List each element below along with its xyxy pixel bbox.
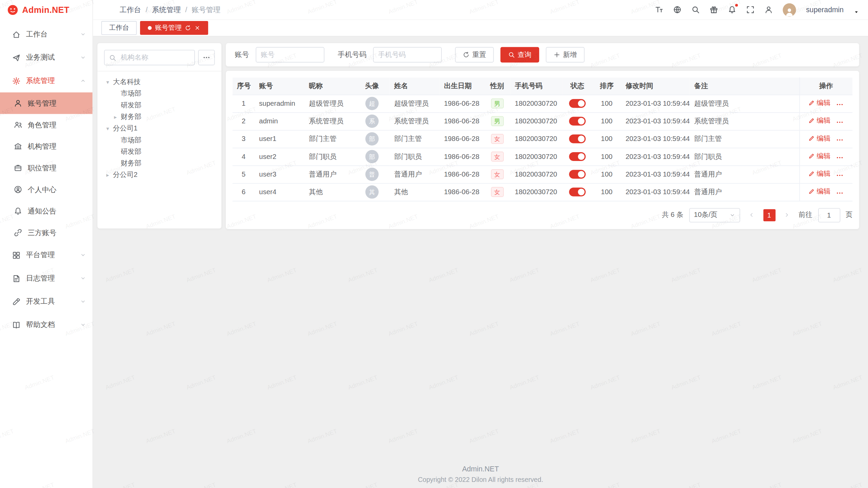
cell-nickname: 部门主管 xyxy=(304,130,354,148)
tree-node[interactable]: ▾分公司1 xyxy=(104,123,215,134)
phone-label: 手机号码 xyxy=(338,50,367,60)
pencil-icon xyxy=(808,135,815,142)
tab-active-dot xyxy=(148,26,152,30)
account-label: 账号 xyxy=(235,50,249,60)
row-more-button[interactable] xyxy=(836,101,844,108)
sidebar-subitem-third-party-account[interactable]: 三方账号 xyxy=(0,222,93,244)
status-toggle[interactable] xyxy=(569,152,586,161)
cell-status xyxy=(563,130,592,148)
sex-badge: 女 xyxy=(491,169,504,179)
user-line-icon[interactable] xyxy=(765,5,773,14)
tree-node[interactable]: ▸财务部 xyxy=(104,111,215,123)
username[interactable]: superadmin xyxy=(806,5,844,14)
edit-button[interactable]: 编辑 xyxy=(808,169,830,179)
account-input[interactable] xyxy=(256,47,324,63)
tab-refresh-icon[interactable] xyxy=(185,25,191,31)
tab-label: 工作台 xyxy=(109,23,129,33)
row-more-button[interactable] xyxy=(836,136,844,144)
sidebar-subitem-account-mgmt[interactable]: 账号管理 xyxy=(0,93,93,114)
status-toggle[interactable] xyxy=(569,99,586,108)
sidebar-item-business-test[interactable]: 业务测试 xyxy=(0,46,93,69)
avatar[interactable] xyxy=(783,3,796,16)
bell-icon[interactable] xyxy=(728,5,736,14)
page-1-button[interactable]: 1 xyxy=(763,209,775,221)
row-more-button[interactable] xyxy=(836,189,844,197)
cell-order: 100 xyxy=(592,165,621,183)
table-row: 6user4其他其其他1986-06-28女180200307201002023… xyxy=(233,183,853,201)
org-search-input[interactable] xyxy=(120,53,190,62)
cell-avatar: 部 xyxy=(354,130,390,148)
tab-close-icon[interactable] xyxy=(194,25,200,31)
sidebar-subitem-position-mgmt[interactable]: 职位管理 xyxy=(0,157,93,179)
row-more-button[interactable] xyxy=(836,171,844,179)
search-button[interactable]: 查询 xyxy=(500,47,539,63)
edit-button[interactable]: 编辑 xyxy=(808,151,830,161)
font-size-icon[interactable] xyxy=(655,5,663,14)
sidebar-subitem-personal-center[interactable]: 个人中心 xyxy=(0,179,93,200)
sex-badge: 女 xyxy=(491,134,504,144)
prev-page-button[interactable] xyxy=(745,209,757,221)
tree-node[interactable]: 研发部 xyxy=(104,146,215,158)
breadcrumb-item[interactable]: 系统管理 xyxy=(152,5,181,15)
tree-node[interactable]: ▸分公司2 xyxy=(104,169,215,181)
cell-actions: 编辑 xyxy=(800,165,853,183)
search-icon[interactable] xyxy=(691,5,699,14)
goto-page-input[interactable] xyxy=(818,208,840,222)
sex-badge: 男 xyxy=(491,116,504,126)
sidebar-subitem-role-mgmt[interactable]: 角色管理 xyxy=(0,114,93,136)
sidebar-subitem-org-mgmt[interactable]: 机构管理 xyxy=(0,136,93,157)
tab-workbench[interactable]: 工作台 xyxy=(101,21,137,35)
add-button[interactable]: 新增 xyxy=(546,47,585,63)
row-more-button[interactable] xyxy=(836,154,844,162)
tree-caret-icon[interactable]: ▸ xyxy=(112,114,119,120)
column-header: 出生日期 xyxy=(439,78,484,95)
user-menu-chevron-icon[interactable] xyxy=(854,7,859,12)
tree-node[interactable]: 市场部 xyxy=(104,135,215,146)
status-toggle[interactable] xyxy=(569,117,586,125)
tree-node[interactable]: 研发部 xyxy=(104,100,215,111)
sidebar-item-system-mgmt[interactable]: 系统管理 xyxy=(0,69,93,93)
reset-button[interactable]: 重置 xyxy=(455,47,494,63)
avatar-badge: 普 xyxy=(366,168,379,181)
cell-sex: 女 xyxy=(484,130,510,148)
edit-button[interactable]: 编辑 xyxy=(808,134,830,143)
sidebar-item-dev-tools[interactable]: 开发工具 xyxy=(0,290,93,313)
tree-node[interactable]: ▾大名科技 xyxy=(104,76,215,88)
next-page-button[interactable] xyxy=(781,209,793,221)
tab-account-mgmt[interactable]: 账号管理 xyxy=(140,21,208,35)
language-icon[interactable] xyxy=(673,5,681,14)
app-logo[interactable]: Admin.NET xyxy=(0,0,93,20)
sidebar-item-platform-mgmt[interactable]: 平台管理 xyxy=(0,243,93,267)
page-size-select[interactable]: 10条/页 xyxy=(689,208,740,222)
status-toggle[interactable] xyxy=(569,187,586,196)
tree-caret-icon[interactable]: ▾ xyxy=(104,79,111,85)
row-more-button[interactable] xyxy=(836,119,844,126)
gift-icon[interactable] xyxy=(710,5,718,14)
tree-caret-icon[interactable]: ▸ xyxy=(104,172,111,178)
phone-input[interactable] xyxy=(373,47,441,63)
sidebar-item-help-docs[interactable]: 帮助文档 xyxy=(0,313,93,337)
status-toggle[interactable] xyxy=(569,170,586,179)
breadcrumb-item[interactable]: 工作台 xyxy=(120,5,141,15)
tree-node[interactable]: 市场部 xyxy=(104,88,215,100)
sidebar-item-log-mgmt[interactable]: 日志管理 xyxy=(0,267,93,290)
profile-icon xyxy=(14,185,22,194)
hamburger-icon[interactable] xyxy=(102,5,111,14)
fullscreen-icon[interactable] xyxy=(746,5,754,14)
edit-button[interactable]: 编辑 xyxy=(808,116,830,126)
edit-button[interactable]: 编辑 xyxy=(808,98,830,108)
cell-modified: 2023-01-03 10:59:44 xyxy=(621,165,690,183)
sidebar-subitem-notice-mgmt[interactable]: 通知公告 xyxy=(0,200,93,222)
status-toggle[interactable] xyxy=(569,135,586,143)
org-tree: ▾大名科技市场部研发部▸财务部▾分公司1市场部研发部财务部▸分公司2 xyxy=(104,76,215,181)
cell-remark: 超级管理员 xyxy=(690,95,799,112)
cell-sex: 男 xyxy=(484,95,510,112)
edit-button[interactable]: 编辑 xyxy=(808,187,830,197)
sidebar-item-workbench[interactable]: 工作台 xyxy=(0,23,93,46)
ellipsis-icon xyxy=(203,54,211,61)
tree-node[interactable]: 财务部 xyxy=(104,158,215,169)
cell-status xyxy=(563,183,592,201)
tree-caret-icon[interactable]: ▾ xyxy=(104,126,111,131)
tree-more-button[interactable] xyxy=(198,50,215,65)
cell-name: 其他 xyxy=(390,183,439,201)
